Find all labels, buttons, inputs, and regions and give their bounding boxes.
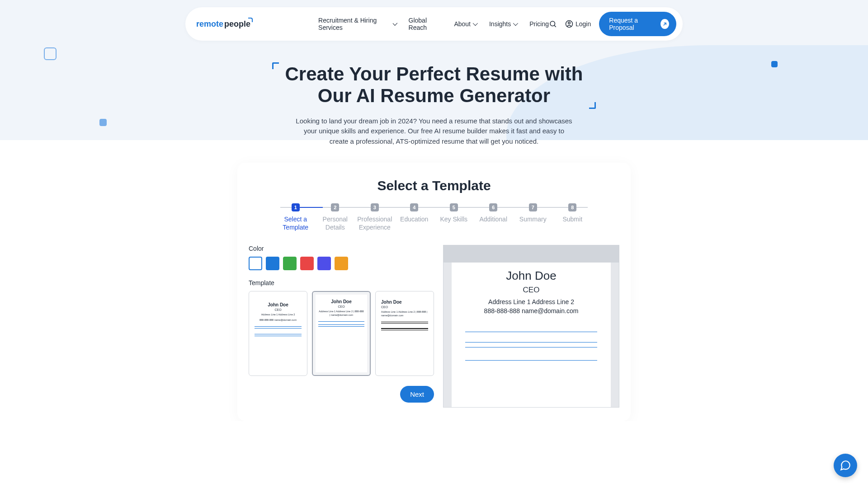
step-7[interactable]: 7Summary <box>513 203 553 231</box>
color-swatch-orange[interactable] <box>335 257 348 270</box>
preview-toolbar <box>443 245 619 263</box>
step-3[interactable]: 3Professional Experience <box>355 203 395 231</box>
preview-contact: 888-888-888 name@domain.com <box>465 307 597 314</box>
main-header: remotepeople Recruitment & Hiring Servic… <box>185 7 683 41</box>
search-button[interactable] <box>549 20 557 28</box>
svg-line-4 <box>664 23 666 25</box>
svg-line-1 <box>554 25 556 27</box>
color-swatch-green[interactable] <box>283 257 297 270</box>
svg-point-0 <box>550 21 555 26</box>
user-icon <box>565 20 573 28</box>
color-swatch-white[interactable] <box>249 257 262 270</box>
step-5[interactable]: 5Key Skills <box>434 203 474 231</box>
color-swatch-red[interactable] <box>300 257 314 270</box>
arrow-icon <box>660 19 669 29</box>
wizard-stepper: 1Select a Template 2Personal Details 3Pr… <box>276 203 592 231</box>
step-1[interactable]: 1Select a Template <box>276 203 316 231</box>
card-title: Select a Template <box>249 178 619 193</box>
template-option-3[interactable]: John Doe CEO Address Line 1 Address Line… <box>375 291 434 376</box>
brand-logo[interactable]: remotepeople <box>196 19 250 29</box>
page-subtitle: Looking to land your dream job in 2024? … <box>294 116 574 147</box>
nav-about[interactable]: About <box>454 17 476 31</box>
template-option-2[interactable]: John Doe CEO Address Line 1 Address Line… <box>312 291 371 376</box>
primary-nav: Recruitment & Hiring Services Global Rea… <box>318 17 549 31</box>
nav-pricing[interactable]: Pricing <box>529 17 549 31</box>
resume-builder-card: Select a Template 1Select a Template 2Pe… <box>237 163 631 421</box>
nav-insights[interactable]: Insights <box>489 17 517 31</box>
color-swatch-indigo[interactable] <box>317 257 331 270</box>
login-link[interactable]: Login <box>565 20 591 28</box>
search-icon <box>549 20 557 28</box>
step-6[interactable]: 6Additional <box>474 203 514 231</box>
page-title: Create Your Perfect Resume with Our AI R… <box>276 63 592 107</box>
preview-role: CEO <box>465 286 597 295</box>
template-options: John Doe CEO Address Line 1 Address Line… <box>249 291 434 376</box>
step-2[interactable]: 2Personal Details <box>316 203 355 231</box>
color-swatches <box>249 257 434 270</box>
template-label: Template <box>249 279 434 286</box>
request-proposal-button[interactable]: Request a Proposal <box>599 12 676 36</box>
preview-address: Address Line 1 Address Line 2 <box>465 298 597 305</box>
chevron-down-icon <box>513 21 518 26</box>
resume-preview: John Doe CEO Address Line 1 Address Line… <box>443 245 619 408</box>
decorative-square <box>771 61 778 67</box>
template-option-1[interactable]: John Doe CEO Address Line 1 Address Line… <box>249 291 307 376</box>
chevron-down-icon <box>473 21 478 26</box>
hero-section: Create Your Perfect Resume with Our AI R… <box>276 63 592 146</box>
step-4[interactable]: 4Education <box>395 203 434 231</box>
decorative-square <box>99 119 107 126</box>
preview-name: John Doe <box>465 269 597 283</box>
chevron-down-icon <box>392 21 397 26</box>
step-8[interactable]: 8Submit <box>553 203 593 231</box>
svg-point-3 <box>568 22 571 24</box>
nav-global-reach[interactable]: Global Reach <box>409 17 442 31</box>
color-swatch-blue[interactable] <box>266 257 279 270</box>
next-button[interactable]: Next <box>400 386 434 403</box>
color-label: Color <box>249 245 434 252</box>
nav-recruitment[interactable]: Recruitment & Hiring Services <box>318 17 396 31</box>
decorative-square <box>44 47 57 60</box>
